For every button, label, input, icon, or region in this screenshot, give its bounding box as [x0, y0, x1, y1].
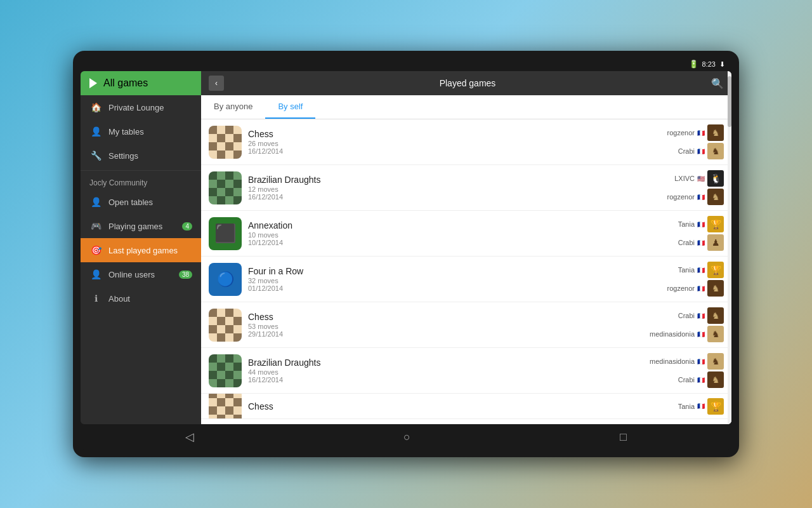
player1-flag-5: 🇫🇷: [697, 358, 705, 365]
game-thumb-chess-6: [209, 394, 242, 419]
game-info-6: Chess: [248, 401, 672, 411]
tab-by-self[interactable]: By self: [265, 95, 315, 119]
player1-row-0: rogzenor 🇫🇷 ♞: [667, 124, 724, 141]
player1-name-3: Tania: [678, 266, 695, 274]
game-name-2: Annexation: [248, 220, 672, 231]
player1-name-5: medinasidonia: [650, 358, 695, 365]
community-header: Jocly Community: [81, 173, 201, 190]
player1-name-4: Crabi: [678, 312, 695, 319]
bottom-nav: ◁ ○ □: [81, 424, 731, 450]
game-date-2: 10/12/2014: [248, 239, 672, 246]
main-content: ‹ Played games 🔍 By anyone By self: [201, 71, 731, 424]
last-played-icon: 🎯: [89, 244, 102, 257]
sidebar-item-last-played[interactable]: 🎯 Last played games: [81, 238, 201, 262]
battery-icon: 🔋: [689, 60, 698, 69]
sidebar-item-playing-games[interactable]: 🎮 Playing games 4: [81, 214, 201, 238]
game-moves-0: 26 moves: [248, 140, 661, 147]
player1-flag-0: 🇫🇷: [697, 130, 705, 137]
player2-name-0: Crabi: [678, 147, 695, 155]
game-players-2: Tania 🇫🇷 🏆 Crabi 🇫🇷 ♟: [678, 216, 724, 251]
sidebar-my-tables-label: My tables: [108, 127, 144, 137]
player2-avatar-0: ♞: [707, 143, 724, 159]
game-moves-2: 10 moves: [248, 231, 672, 239]
player2-name-1: rogzenor: [667, 193, 695, 201]
settings-icon: 🔧: [89, 149, 102, 162]
player2-row-3: rogzenor 🇫🇷 ♞: [667, 280, 724, 297]
game-date-0: 16/12/2014: [248, 147, 661, 155]
status-bar: 🔋 8:23 ⬇: [81, 58, 731, 71]
sidebar-private-lounge-label: Private Lounge: [108, 103, 164, 112]
playing-games-icon: 🎮: [89, 220, 102, 232]
player1-flag-2: 🇫🇷: [697, 221, 705, 228]
back-chevron-icon: ‹: [215, 79, 218, 88]
player1-avatar-0: ♞: [707, 124, 724, 141]
game-item-1[interactable]: Brazilian Draughts 12 moves 16/12/2014 L…: [201, 165, 731, 211]
game-item-2[interactable]: ⬛ Annexation 10 moves 10/12/2014 Tania 🇫…: [201, 211, 731, 257]
player1-flag-4: 🇫🇷: [697, 312, 705, 319]
player1-name-1: LXIVC: [674, 175, 695, 182]
sidebar-playing-games-label: Playing games: [108, 222, 162, 231]
tab-by-anyone[interactable]: By anyone: [201, 95, 265, 119]
game-item-3[interactable]: 🔵 Four in a Row 32 moves 01/12/2014 Tani…: [201, 257, 731, 302]
online-users-badge: 38: [179, 271, 192, 279]
game-thumb-chess-0: [209, 126, 242, 159]
sidebar-item-online-users[interactable]: 👤 Online users 38: [81, 262, 201, 286]
game-thumb-draughts-5: [209, 354, 242, 387]
game-name-1: Brazilian Draughts: [248, 175, 661, 185]
home-nav-button[interactable]: ○: [391, 427, 423, 448]
game-players-3: Tania 🇫🇷 🏆 rogzenor 🇫🇷 ♞: [667, 262, 724, 297]
back-nav-icon: ◁: [185, 431, 194, 443]
player1-avatar-5: ♞: [707, 353, 724, 370]
player1-row-5: medinasidonia 🇫🇷 ♞: [650, 353, 724, 370]
game-moves-4: 53 moves: [248, 323, 643, 330]
sidebar-last-played-label: Last played games: [108, 246, 178, 255]
game-item-4[interactable]: Chess 53 moves 29/11/2014 Crabi 🇫🇷 ♞ med…: [201, 302, 731, 348]
player1-row-6: Tania 🇫🇷 🏆: [678, 398, 724, 415]
game-players-1: LXIVC 🇺🇸 🐧 rogzenor 🇫🇷 ♞: [667, 170, 724, 205]
sidebar-item-my-tables[interactable]: 👤 My tables: [81, 119, 201, 144]
sidebar-online-users-label: Online users: [108, 270, 155, 279]
page-title: Played games: [230, 78, 705, 88]
game-item-0[interactable]: Chess 26 moves 16/12/2014 rogzenor 🇫🇷 ♞ …: [201, 119, 731, 165]
tabs-bar: By anyone By self: [201, 95, 731, 119]
sidebar-item-settings[interactable]: 🔧 Settings: [81, 144, 201, 168]
game-item-6[interactable]: Chess Tania 🇫🇷 🏆: [201, 394, 731, 419]
player1-flag-1: 🇺🇸: [697, 175, 705, 182]
game-info-5: Brazilian Draughts 44 moves 16/12/2014: [248, 358, 643, 384]
back-button[interactable]: ‹: [209, 76, 224, 91]
player2-row-1: rogzenor 🇫🇷 ♞: [667, 189, 724, 205]
game-info-3: Four in a Row 32 moves 01/12/2014: [248, 266, 661, 292]
recent-nav-button[interactable]: □: [607, 427, 639, 448]
game-name-5: Brazilian Draughts: [248, 358, 643, 368]
game-thumb-annexation-2: ⬛: [209, 217, 242, 250]
sidebar-item-about[interactable]: ℹ About: [81, 286, 201, 311]
time-display: 8:23: [702, 60, 716, 68]
game-thumb-draughts-1: [209, 171, 242, 204]
player1-avatar-1: 🐧: [707, 170, 724, 187]
sidebar: All games 🏠 Private Lounge 👤 My tables 🔧…: [81, 71, 201, 424]
sidebar-open-tables-label: Open tables: [108, 197, 153, 207]
back-nav-button[interactable]: ◁: [173, 426, 207, 448]
player2-name-3: rogzenor: [667, 284, 695, 292]
player1-avatar-2: 🏆: [707, 216, 724, 232]
sidebar-item-private-lounge[interactable]: 🏠 Private Lounge: [81, 95, 201, 119]
search-icon[interactable]: 🔍: [711, 77, 724, 90]
player2-name-2: Crabi: [678, 239, 695, 246]
player1-flag-6: 🇫🇷: [697, 403, 705, 410]
game-players-6: Tania 🇫🇷 🏆: [678, 398, 724, 415]
play-icon: [89, 78, 97, 88]
playing-games-badge: 4: [182, 222, 192, 231]
game-info-4: Chess 53 moves 29/11/2014: [248, 312, 643, 338]
scrollbar-thumb: [728, 76, 731, 127]
sidebar-item-open-tables[interactable]: 👤 Open tables: [81, 190, 201, 214]
game-item-5[interactable]: Brazilian Draughts 44 moves 16/12/2014 m…: [201, 348, 731, 394]
game-players-4: Crabi 🇫🇷 ♞ medinasidonia 🇫🇷 ♞: [650, 307, 724, 342]
player1-avatar-4: ♞: [707, 307, 724, 324]
all-games-button[interactable]: All games: [81, 71, 201, 95]
about-icon: ℹ: [89, 292, 102, 305]
game-date-5: 16/12/2014: [248, 376, 643, 384]
scrollbar[interactable]: [728, 71, 731, 424]
player1-row-1: LXIVC 🇺🇸 🐧: [674, 170, 724, 187]
game-thumb-four-3: 🔵: [209, 263, 242, 296]
games-list: Chess 26 moves 16/12/2014 rogzenor 🇫🇷 ♞ …: [201, 119, 731, 424]
